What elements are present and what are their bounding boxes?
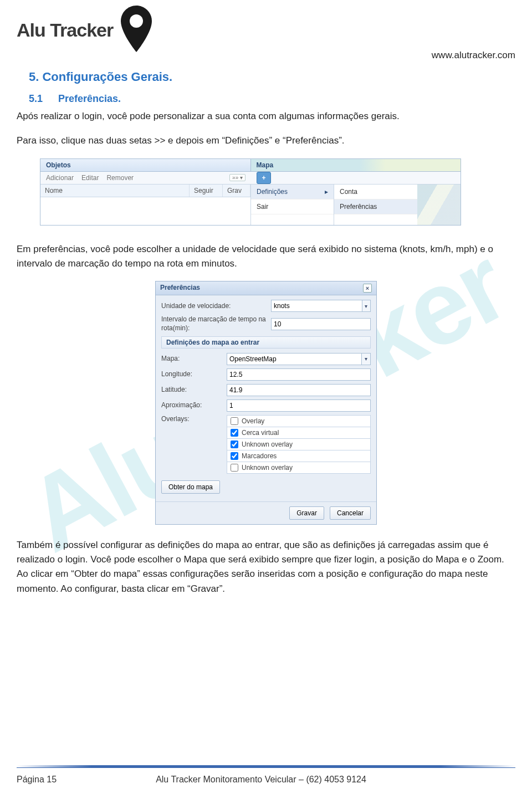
toolbar-expand-button[interactable]: »» ▾ — [229, 174, 245, 181]
svg-point-0 — [130, 14, 143, 28]
overlay-row[interactable]: Overlay — [227, 415, 371, 427]
cancelar-button[interactable]: Cancelar — [330, 506, 371, 520]
obter-do-mapa-button[interactable]: Obter do mapa — [161, 480, 220, 494]
footer-page: Página 15 — [17, 775, 57, 785]
map-add-button[interactable]: + — [257, 172, 271, 184]
overlay-checkbox[interactable] — [231, 452, 238, 460]
logo: Alu Tracker — [17, 6, 154, 54]
overlay-label: Marcadores — [242, 452, 277, 460]
chevron-right-icon: ▸ — [325, 188, 328, 196]
overlay-checkbox[interactable] — [231, 441, 238, 448]
chevron-down-icon[interactable]: ▾ — [361, 353, 371, 365]
tab-objetos[interactable]: Objetos — [40, 159, 251, 172]
site-url: www.alutracker.com — [432, 50, 515, 61]
overlay-label: Cerca virtual — [242, 429, 279, 437]
toolbar-adicionar[interactable]: Adicionar — [46, 174, 74, 182]
label-mapa: Mapa: — [161, 355, 222, 363]
overlay-label: Unknown overlay — [242, 441, 293, 448]
heading-preferencias: 5.1 Preferências. — [29, 93, 515, 105]
paragraph-map-defs: Também é possível configurar as definiçõ… — [17, 538, 515, 596]
input-latitude[interactable] — [227, 384, 371, 396]
map-background — [417, 185, 461, 225]
label-unidade: Unidade de velocidade: — [161, 302, 267, 311]
overlay-row[interactable]: Cerca virtual — [227, 427, 371, 439]
label-latitude: Latitude: — [161, 386, 222, 395]
label-intervalo: Intervalo de marcação de tempo na rota(m… — [161, 315, 267, 332]
paragraph-intro-1: Após realizar o login, você pode persona… — [17, 109, 515, 124]
overlay-label: Overlay — [242, 417, 264, 425]
col-nome: Nome — [40, 185, 190, 197]
overlay-checkbox[interactable] — [231, 417, 238, 425]
footer-rule — [17, 765, 515, 768]
heading-title: Preferências. — [58, 93, 121, 104]
brand-text: Alu Tracker — [17, 19, 113, 41]
close-icon[interactable]: × — [363, 284, 372, 293]
overlay-row[interactable]: Unknown overlay — [227, 462, 371, 474]
input-intervalo[interactable] — [271, 318, 371, 330]
paragraph-pref-desc: Em preferências, você pode escolher a un… — [17, 242, 515, 272]
objects-list-body — [40, 197, 250, 225]
input-aproximacao[interactable] — [227, 400, 371, 412]
tab-mapa[interactable]: Mapa — [251, 159, 461, 172]
dropdown-menu: Definições ▸ Sair — [251, 185, 334, 225]
overlay-checkbox[interactable] — [231, 464, 238, 472]
input-unidade[interactable] — [271, 300, 362, 312]
screenshot-menu: Objetos Mapa Adicionar Editar Remover »»… — [40, 158, 461, 226]
menu-item-sair[interactable]: Sair — [251, 199, 334, 214]
gravar-button[interactable]: Gravar — [289, 506, 324, 520]
submenu-item-conta[interactable]: Conta — [334, 185, 417, 199]
input-mapa[interactable] — [227, 353, 361, 365]
submenu: Conta Preferências — [334, 185, 417, 225]
map-pin-icon — [119, 6, 154, 54]
submenu-item-preferencias[interactable]: Preferências — [334, 199, 417, 214]
overlay-row[interactable]: Marcadores — [227, 450, 371, 462]
toolbar-editar[interactable]: Editar — [81, 174, 99, 182]
overlay-label: Unknown overlay — [242, 464, 293, 472]
label-overlays: Overlays: — [161, 415, 222, 424]
paragraph-intro-2: Para isso, clique nas duas setas >> e de… — [17, 134, 515, 148]
input-longitude[interactable] — [227, 368, 371, 381]
col-seguir: Seguir — [190, 185, 223, 197]
toolbar-remover[interactable]: Remover — [106, 174, 134, 182]
tab-mapa-label: Mapa — [257, 161, 274, 169]
overlay-list: OverlayCerca virtualUnknown overlayMarca… — [227, 415, 371, 474]
heading-config-gerais: 5. Configurações Gerais. — [29, 70, 515, 84]
overlay-checkbox[interactable] — [231, 429, 238, 437]
overlay-row[interactable]: Unknown overlay — [227, 439, 371, 450]
menu-item-label: Definições — [257, 188, 288, 196]
footer-center: Alu Tracker Monitoramento Veicular – (62… — [57, 775, 466, 785]
preferencias-dialog: Preferências × Unidade de velocidade: ▾ … — [155, 281, 377, 524]
label-longitude: Longitude: — [161, 370, 222, 379]
section-map-defs: Definições do mapa ao entrar — [161, 336, 371, 349]
menu-item-definicoes[interactable]: Definições ▸ — [251, 185, 334, 199]
chevron-down-icon[interactable]: ▾ — [362, 300, 371, 312]
heading-number: 5.1 — [29, 93, 55, 105]
label-aproximacao: Aproximação: — [161, 401, 222, 410]
dialog-title: Preferências — [160, 284, 200, 293]
col-grav: Grav — [223, 185, 250, 197]
